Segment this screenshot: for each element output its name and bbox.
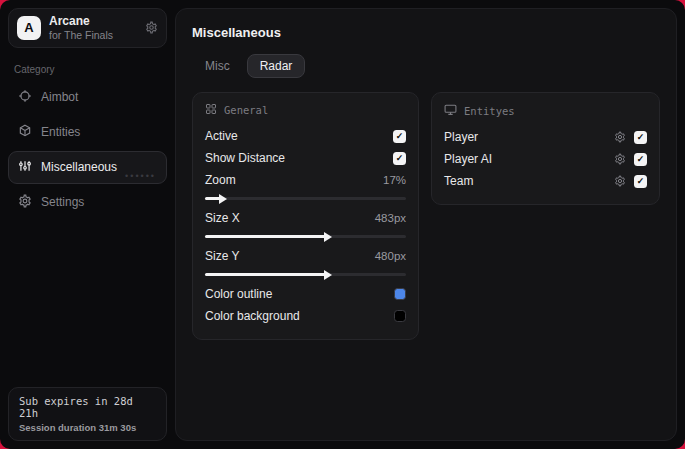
size-x-slider[interactable] bbox=[205, 231, 406, 241]
entity-settings-gear-icon[interactable] bbox=[614, 175, 626, 187]
app-name: Arcane bbox=[49, 15, 137, 29]
sync-gear-icon[interactable] bbox=[145, 21, 158, 34]
category-label: Category bbox=[14, 64, 161, 75]
entity-row-team: Team ✓ bbox=[444, 170, 647, 192]
sidebar-item-aimbot[interactable]: Aimbot bbox=[8, 81, 167, 114]
entity-player-ai-checkbox[interactable]: ✓ bbox=[634, 153, 647, 166]
color-outline-row: Color outline bbox=[205, 283, 406, 305]
selected-item-dots: •••••• bbox=[125, 171, 156, 181]
size-y-slider[interactable] bbox=[205, 269, 406, 279]
entity-label: Team bbox=[444, 174, 473, 188]
slider-fill bbox=[205, 273, 326, 276]
show-distance-checkbox[interactable]: ✓ bbox=[393, 152, 406, 165]
active-checkbox[interactable]: ✓ bbox=[393, 130, 406, 143]
color-background-row: Color background bbox=[205, 305, 406, 327]
entity-team-checkbox[interactable]: ✓ bbox=[634, 175, 647, 188]
zoom-row: Zoom 17% bbox=[205, 169, 406, 191]
slider-thumb[interactable] bbox=[219, 194, 227, 204]
app-logo: A bbox=[17, 16, 41, 40]
size-x-row: Size X 483px bbox=[205, 207, 406, 229]
app-window: A Arcane for The Finals Category Aimbot bbox=[0, 0, 685, 449]
show-distance-label: Show Distance bbox=[205, 151, 285, 165]
entity-label: Player AI bbox=[444, 152, 492, 166]
slider-track bbox=[205, 197, 406, 200]
active-label: Active bbox=[205, 129, 238, 143]
tab-misc[interactable]: Misc bbox=[192, 54, 243, 78]
sliders-icon bbox=[18, 159, 32, 176]
entity-row-player-ai: Player AI ✓ bbox=[444, 148, 647, 170]
general-panel-title: General bbox=[224, 104, 268, 116]
size-y-row: Size Y 480px bbox=[205, 245, 406, 267]
tab-radar[interactable]: Radar bbox=[247, 54, 306, 78]
sidebar-nav: Aimbot Entities Miscellaneous •••••• Se bbox=[8, 81, 167, 219]
sub-expires-text: Sub expires in 28d 21h bbox=[19, 395, 156, 419]
general-panel: General Active ✓ Show Distance ✓ Zoom 17… bbox=[192, 92, 419, 340]
entities-panel-header: Entityes bbox=[444, 103, 647, 118]
slider-thumb[interactable] bbox=[324, 270, 332, 280]
size-x-label: Size X bbox=[205, 211, 240, 225]
check-icon: ✓ bbox=[637, 177, 645, 186]
crosshair-icon bbox=[18, 89, 32, 106]
color-outline-swatch[interactable] bbox=[394, 288, 406, 300]
grid-icon bbox=[205, 103, 217, 117]
entity-label: Player bbox=[444, 130, 478, 144]
entities-panel-title: Entityes bbox=[464, 105, 515, 117]
color-background-label: Color background bbox=[205, 309, 300, 323]
brand-card: A Arcane for The Finals bbox=[8, 8, 167, 48]
check-icon: ✓ bbox=[396, 154, 404, 163]
color-outline-label: Color outline bbox=[205, 287, 272, 301]
check-icon: ✓ bbox=[637, 133, 645, 142]
check-icon: ✓ bbox=[637, 155, 645, 164]
check-icon: ✓ bbox=[396, 132, 404, 141]
size-y-value: 480px bbox=[375, 250, 406, 262]
sidebar-item-entities[interactable]: Entities bbox=[8, 116, 167, 149]
entity-settings-gear-icon[interactable] bbox=[614, 131, 626, 143]
slider-fill bbox=[205, 235, 326, 238]
sidebar-item-label: Miscellaneous bbox=[41, 160, 117, 174]
color-background-swatch[interactable] bbox=[394, 310, 406, 322]
sidebar-item-label: Aimbot bbox=[41, 90, 78, 104]
page-title: Miscellaneous bbox=[192, 25, 660, 40]
app-subtitle: for The Finals bbox=[49, 29, 137, 41]
monitor-icon bbox=[444, 103, 457, 118]
sidebar-item-settings[interactable]: Settings bbox=[8, 186, 167, 219]
zoom-slider[interactable] bbox=[205, 193, 406, 203]
entity-settings-gear-icon[interactable] bbox=[614, 153, 626, 165]
size-x-value: 483px bbox=[375, 212, 406, 224]
tab-bar: Misc Radar bbox=[192, 54, 660, 78]
active-row: Active ✓ bbox=[205, 125, 406, 147]
subscription-info-card: Sub expires in 28d 21h Session duration … bbox=[8, 387, 167, 441]
size-y-label: Size Y bbox=[205, 249, 239, 263]
general-panel-header: General bbox=[205, 103, 406, 117]
main-content: Miscellaneous Misc Radar General Active … bbox=[175, 8, 677, 441]
entities-panel: Entityes Player ✓ Player AI bbox=[431, 92, 660, 205]
sidebar: A Arcane for The Finals Category Aimbot bbox=[0, 0, 175, 449]
panels-row: General Active ✓ Show Distance ✓ Zoom 17… bbox=[192, 92, 660, 340]
zoom-value: 17% bbox=[383, 174, 406, 186]
gear-icon bbox=[18, 194, 32, 211]
sidebar-item-miscellaneous[interactable]: Miscellaneous •••••• bbox=[8, 151, 167, 184]
entity-row-player: Player ✓ bbox=[444, 126, 647, 148]
brand-text: Arcane for The Finals bbox=[49, 15, 137, 41]
entity-player-checkbox[interactable]: ✓ bbox=[634, 131, 647, 144]
slider-thumb[interactable] bbox=[324, 232, 332, 242]
entities-cube-icon bbox=[18, 124, 32, 141]
show-distance-row: Show Distance ✓ bbox=[205, 147, 406, 169]
zoom-label: Zoom bbox=[205, 173, 236, 187]
sidebar-item-label: Settings bbox=[41, 195, 84, 209]
session-duration-text: Session duration 31m 30s bbox=[19, 422, 156, 433]
sidebar-item-label: Entities bbox=[41, 125, 80, 139]
